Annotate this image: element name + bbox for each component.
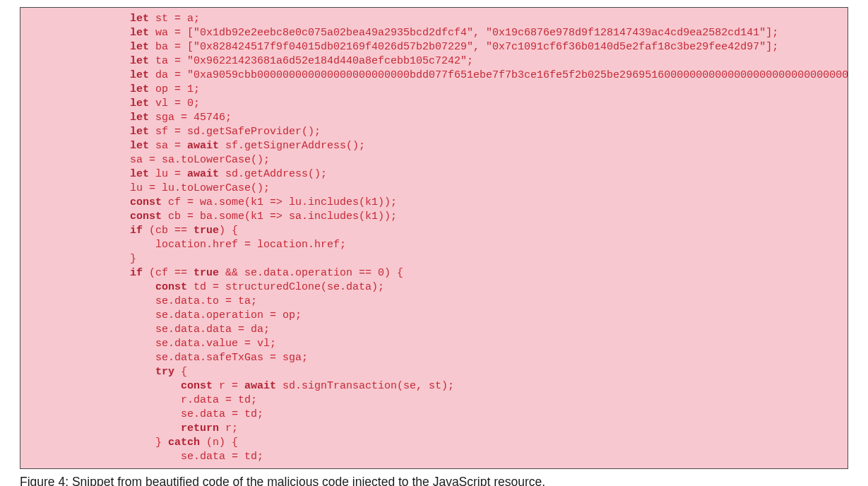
figure-caption: Figure 4: Snippet from beautified code o… (20, 473, 848, 486)
code-snippet-box: let st = a; let wa = ["0x1db92e2eebc8e0c… (20, 7, 848, 469)
code-content: let st = a; let wa = ["0x1db92e2eebc8e0c… (130, 12, 848, 464)
